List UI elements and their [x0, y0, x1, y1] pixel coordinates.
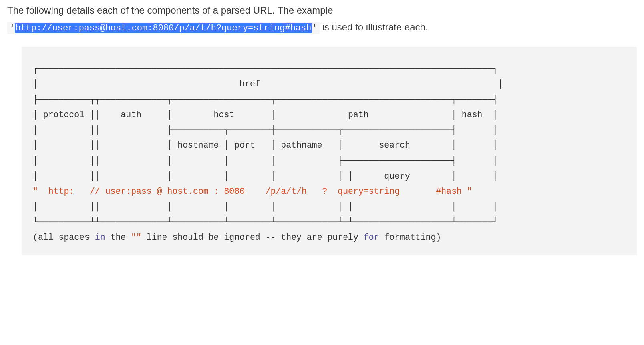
url-query: query=string [327, 187, 425, 196]
url-q1: " [33, 187, 38, 196]
intro-after: is used to illustrate each. [320, 22, 428, 32]
url-q2: " [467, 187, 472, 196]
footnote-mid1: the [105, 233, 131, 242]
url-at: @ [157, 187, 162, 196]
diagram-url-line: " http: // user:pass @ host.com : 8080 /… [33, 187, 472, 196]
diagram-row-2: │ href │ [33, 79, 503, 89]
diagram-footnote: (all spaces in the "" line should be ign… [33, 233, 441, 242]
url-colon: : [214, 187, 219, 196]
close-quote: ' [312, 23, 317, 33]
example-url-code: 'http://user:pass@host.com:8080/p/a/t/h?… [7, 22, 320, 34]
intro-text-line1: The following details each of the compon… [7, 3, 637, 18]
url-port: 8080 [219, 187, 260, 196]
url-protocol: http: [38, 187, 90, 196]
url-qmark: ? [322, 187, 328, 196]
diagram-row-3: ├──────────┬┬─────────────┬─────────────… [33, 95, 498, 104]
footnote-kw-for: for [364, 233, 379, 242]
url-pathname: /p/a/t/h [260, 187, 322, 196]
open-quote: ' [10, 23, 15, 33]
url-structure-diagram: ┌───────────────────────────────────────… [22, 47, 637, 255]
diagram-row-11: └──────────┴┴─────────────┴──────────┴──… [33, 217, 498, 227]
example-url-highlight: http://user:pass@host.com:8080/p/a/t/h?q… [15, 23, 312, 33]
footnote-mid2: line should be ignored -- they are purel… [141, 233, 364, 242]
footnote-quotes: "" [131, 233, 141, 242]
diagram-row-5: │ ││ ├──────────┬────────┼────────────┬─… [33, 125, 498, 135]
diagram-row-10: │ ││ │ │ │ │ │ │ │ [33, 202, 498, 211]
diagram-row-7: │ ││ │ │ │ ├─────────────────────┤ │ [33, 156, 498, 166]
footnote-kw-in: in [95, 233, 105, 242]
diagram-row-1: ┌───────────────────────────────────────… [33, 64, 498, 74]
url-hash: #hash [426, 187, 467, 196]
intro-text-line2: 'http://user:pass@host.com:8080/p/a/t/h?… [7, 20, 637, 35]
url-auth: user:pass [100, 187, 157, 196]
footnote-end: formatting) [379, 233, 441, 242]
url-hostname: host.com [162, 187, 214, 196]
footnote-open: (all spaces [33, 233, 95, 242]
url-slashes: // [90, 187, 100, 196]
diagram-row-4: │ protocol ││ auth │ host │ path │ hash … [33, 110, 498, 120]
diagram-row-8: │ ││ │ │ │ │ │ query │ │ [33, 171, 498, 181]
diagram-row-6: │ ││ │ hostname │ port │ pathname │ sear… [33, 140, 498, 150]
